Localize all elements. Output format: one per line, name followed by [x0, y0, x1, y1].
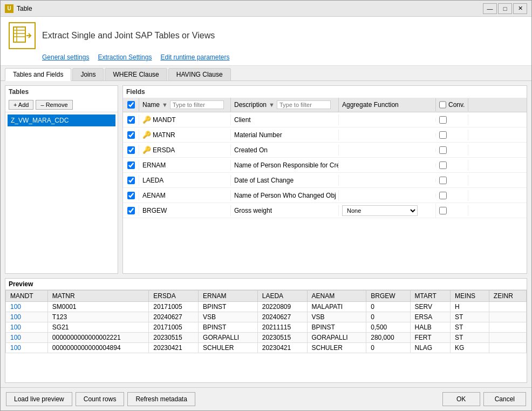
remove-table-button[interactable]: – Remove	[36, 100, 72, 110]
preview-cell: ST	[451, 312, 489, 322]
preview-col-mandt: MANDT	[6, 291, 48, 302]
conv-checkbox[interactable]	[439, 161, 447, 169]
row-checkbox[interactable]	[127, 146, 135, 154]
tab-where-clause[interactable]: WHERE Clause	[105, 68, 167, 80]
row-checkbox[interactable]	[127, 161, 135, 169]
count-rows-button[interactable]: Count rows	[76, 392, 125, 406]
header-top: Extract Single and Joint SAP Tables or V…	[9, 22, 523, 49]
header-links: General settings Extraction Settings Edi…	[42, 53, 523, 61]
edit-runtime-link[interactable]: Edit runtime parameters	[160, 53, 229, 61]
list-item: 100T12320240627VSB20240627VSB0ERSAST	[6, 312, 527, 322]
minimize-button[interactable]: —	[483, 3, 497, 14]
table-row: 🔑 MANDT Client	[123, 112, 527, 127]
preview-cell: VSB	[307, 312, 366, 322]
table-row: ERNAM Name of Person Responsible for Cre	[123, 158, 527, 173]
select-all-checkbox[interactable]	[127, 101, 135, 109]
preview-col-matnr: MATNR	[47, 291, 149, 302]
preview-cell: VSB	[199, 312, 258, 322]
table-item-z-vw-mara-cdc[interactable]: Z_VW_MARA_CDC	[8, 114, 115, 126]
field-conv-cell	[436, 175, 468, 186]
field-name-cell: LAEDA	[139, 175, 231, 186]
row-checkbox[interactable]	[127, 192, 135, 199]
preview-cell	[489, 312, 526, 322]
conv-header-checkbox[interactable]	[439, 101, 446, 109]
preview-cell	[489, 322, 526, 333]
preview-col-laeda: LAEDA	[257, 291, 307, 302]
preview-cell: MALAPATI	[307, 302, 366, 312]
row-checkbox[interactable]	[127, 116, 135, 124]
preview-cell: GORAPALLI	[307, 333, 366, 343]
preview-cell: 100	[6, 343, 48, 353]
field-conv-cell	[436, 130, 468, 140]
refresh-metadata-button[interactable]: Refresh metadata	[127, 392, 195, 406]
preview-cell: FERT	[410, 333, 451, 343]
field-desc-cell: Material Number	[231, 130, 339, 140]
preview-cell: 20211115	[257, 322, 307, 333]
preview-cell: BPINST	[307, 322, 366, 333]
add-table-button[interactable]: + Add	[9, 100, 33, 110]
desc-filter-icon: ▼	[269, 102, 275, 108]
desc-filter-input[interactable]	[277, 100, 331, 109]
bottom-left-buttons: Load live preview Count rows Refresh met…	[6, 392, 195, 406]
preview-cell: SERV	[410, 302, 451, 312]
preview-col-meins: MEINS	[451, 291, 489, 302]
conv-checkbox[interactable]	[439, 131, 447, 139]
tabs-bar: Tables and Fields Joins WHERE Clause HAV…	[1, 66, 531, 81]
field-desc-cell: Client	[231, 114, 339, 125]
conv-checkbox[interactable]	[439, 177, 447, 184]
header-description: Description ▼	[231, 98, 339, 112]
row-checkbox-cell	[123, 145, 139, 156]
field-name: LAEDA	[142, 177, 163, 184]
preview-cell: 0	[366, 312, 410, 322]
load-live-preview-button[interactable]: Load live preview	[6, 392, 72, 406]
maximize-button[interactable]: □	[498, 3, 512, 14]
field-name-cell: 🔑 MANDT	[139, 114, 231, 125]
conv-checkbox[interactable]	[439, 116, 447, 124]
conv-checkbox[interactable]	[439, 146, 447, 154]
ok-button[interactable]: OK	[442, 392, 480, 406]
preview-cell: 20240627	[149, 312, 199, 322]
preview-cell: H	[451, 302, 489, 312]
desc-column-label: Description	[234, 101, 267, 109]
row-checkbox[interactable]	[127, 207, 135, 214]
tab-having-clause[interactable]: HAVING Clause	[168, 68, 231, 80]
row-checkbox[interactable]	[127, 131, 135, 139]
aggregate-function-select[interactable]: None SUM AVG MIN MAX COUNT	[342, 205, 418, 216]
field-desc-cell: Date of Last Change	[231, 175, 339, 186]
preview-cell: GORAPALLI	[199, 333, 258, 343]
cancel-button[interactable]: Cancel	[483, 392, 526, 406]
preview-cell: 100	[6, 312, 48, 322]
top-panels: Tables + Add – Remove Z_VW_MARA_CDC Fiel…	[5, 85, 527, 274]
field-agg-cell: None SUM AVG MIN MAX COUNT	[339, 204, 436, 218]
row-checkbox-cell	[123, 175, 139, 186]
header-aggregate: Aggregate Function	[339, 98, 436, 111]
preview-cell: 0	[366, 302, 410, 312]
conv-column-label: Conv.	[448, 101, 465, 109]
table-row: BRGEW Gross weight None SUM AVG MIN MAX	[123, 203, 527, 218]
preview-cell: 20230515	[149, 333, 199, 343]
row-checkbox-cell	[123, 190, 139, 201]
tab-joins[interactable]: Joins	[72, 68, 104, 80]
bottom-toolbar: Load live preview Count rows Refresh met…	[1, 387, 531, 410]
header-select-all	[123, 98, 139, 111]
preview-cell: 280,000	[366, 333, 410, 343]
name-filter-input[interactable]	[170, 100, 224, 109]
row-checkbox[interactable]	[127, 177, 135, 184]
grid-body: 🔑 MANDT Client	[123, 112, 527, 273]
tab-tables-and-fields[interactable]: Tables and Fields	[5, 68, 71, 81]
field-desc-cell: Name of Person Responsible for Cre	[231, 160, 339, 171]
list-item: 100SM000120171005BPINST20220809MALAPATI0…	[6, 302, 527, 312]
preview-cell	[489, 302, 526, 312]
extraction-settings-link[interactable]: Extraction Settings	[98, 53, 152, 61]
close-button[interactable]: ✕	[513, 3, 527, 14]
preview-panel: Preview MANDT MATNR ERSDA ERNAM LAEDA AE…	[5, 278, 527, 383]
conv-checkbox[interactable]	[439, 207, 447, 214]
tables-panel: Tables + Add – Remove Z_VW_MARA_CDC	[5, 85, 118, 274]
preview-cell: KG	[451, 343, 489, 353]
key-icon: 🔑	[142, 146, 151, 154]
general-settings-link[interactable]: General settings	[42, 53, 89, 61]
preview-cell: ST	[451, 333, 489, 343]
field-name-cell: 🔑 ERSDA	[139, 144, 231, 156]
conv-checkbox[interactable]	[439, 192, 447, 199]
preview-cell: 100	[6, 333, 48, 343]
